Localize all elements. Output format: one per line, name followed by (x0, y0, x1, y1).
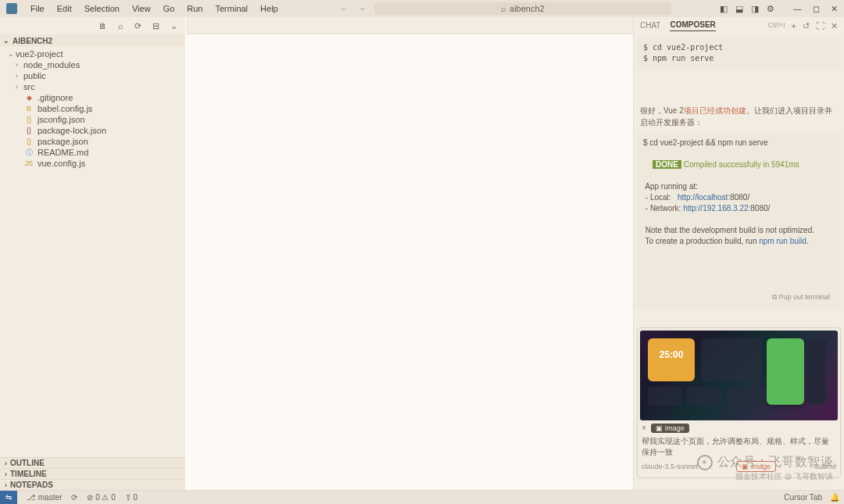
tab-chat[interactable]: CHAT (640, 21, 660, 31)
tree-folder-node_modules[interactable]: ›node_modules (0, 59, 185, 70)
menu-selection[interactable]: Selection (79, 2, 125, 15)
remote-indicator-icon[interactable]: ⇋ (0, 491, 17, 505)
assistant-message: 很好，Vue 2项目已经成功创建。让我们进入项目目录并启动开发服务器： (637, 105, 841, 128)
attach-image-button[interactable]: ▣ Image (736, 461, 776, 472)
tree-file-jsconfig[interactable]: {}jsconfig.json (0, 114, 185, 125)
menu-run[interactable]: Run (181, 2, 208, 15)
settings-gear-icon[interactable]: ⚙ (767, 4, 774, 14)
preview-card-dark (701, 338, 762, 381)
editor-area (186, 17, 633, 490)
tree-label: node_modules (23, 60, 80, 70)
git-branch[interactable]: ⎇ master (27, 493, 62, 502)
expand-icon[interactable]: ⛶ (816, 21, 824, 31)
ai-panel: CHAT COMPOSER Ctrl+I + ↺ ⛶ ✕ $ cd vue2-p… (633, 17, 844, 490)
cursor-tab-indicator[interactable]: Cursor Tab (784, 493, 822, 502)
chevron-right-icon: › (5, 481, 7, 489)
done-badge: DONE (653, 160, 681, 169)
command-center[interactable]: ⌕ aibench2 (374, 2, 671, 15)
preview-card-green (767, 338, 804, 405)
close-icon[interactable]: ✕ (831, 21, 838, 31)
root-label: AIBENCH2 (13, 37, 52, 45)
json-icon: {} (23, 137, 34, 146)
chevron-right-icon: › (5, 459, 7, 467)
ai-panel-body: $ cd vue2-project $ npm run serve 很好，Vue… (634, 34, 844, 490)
tree-label: vue.config.js (38, 159, 85, 168)
menu-help[interactable]: Help (255, 2, 284, 15)
tree-folder-vue2-project[interactable]: ⌄vue2-project (0, 48, 185, 59)
section-timeline[interactable]: ›TIMELINE (0, 468, 185, 479)
tree-label: src (23, 82, 35, 91)
popout-terminal-link[interactable]: ⧉ Pop out terminal (643, 291, 835, 304)
attached-image-preview[interactable]: 25:00 (640, 331, 838, 420)
app-logo-icon (6, 3, 17, 14)
tree-label: package-lock.json (38, 126, 106, 135)
git-sync-icon[interactable]: ⟳ (71, 493, 77, 502)
tab-composer[interactable]: COMPOSER (670, 20, 715, 31)
window-close-icon[interactable]: ✕ (831, 4, 838, 14)
tree-file-babel-config[interactable]: Bbabel.config.js (0, 103, 185, 114)
menu-go[interactable]: Go (158, 2, 181, 15)
model-selector[interactable]: claude-3.5-sonnet (642, 463, 698, 470)
info-icon: ⓘ (23, 148, 34, 157)
search-icon[interactable]: ⌕ (118, 21, 123, 30)
history-icon[interactable]: ↺ (803, 21, 810, 31)
menu-view[interactable]: View (127, 2, 156, 15)
refresh-icon[interactable]: ⟳ (134, 21, 141, 31)
more-icon[interactable]: ⌄ (170, 21, 177, 31)
chevron-right-icon: › (16, 61, 23, 69)
composer-prompt-input[interactable]: 帮我实现这个页面，允许调整布局、规格、样式，尽量保持一致 (640, 436, 838, 458)
collapse-icon[interactable]: ⊟ (152, 21, 159, 31)
nav-arrows: ← → (332, 4, 374, 13)
tree-file-package-lock[interactable]: {}package-lock.json (0, 125, 185, 136)
git-icon: ◆ (23, 93, 34, 102)
explorer-root[interactable]: ⌄ AIBENCH2 (0, 34, 185, 47)
window-maximize-icon[interactable]: ◻ (813, 4, 820, 14)
menu-edit[interactable]: Edit (52, 2, 77, 15)
remove-icon[interactable]: × (642, 424, 646, 432)
toggle-primary-sidebar-icon[interactable]: ◧ (720, 4, 728, 14)
section-label: NOTEPADS (10, 481, 53, 489)
attachment-row: × ▣ Image (640, 420, 838, 436)
problems-indicator[interactable]: ⊘ 0 ⚠ 0 (87, 493, 115, 502)
local-url-link[interactable]: http://localhost: (678, 193, 730, 202)
ports-indicator[interactable]: ⇪ 0 (125, 493, 138, 502)
add-icon[interactable]: + (792, 21, 796, 31)
toggle-panel-icon[interactable]: ⬓ (735, 4, 743, 14)
menu-terminal[interactable]: Terminal (210, 2, 254, 15)
editor-empty (186, 34, 633, 490)
tree-file-readme[interactable]: ⓘREADME.md (0, 147, 185, 158)
toggle-secondary-sidebar-icon[interactable]: ◨ (751, 4, 759, 14)
window-minimize-icon[interactable]: — (793, 4, 802, 14)
tree-file-vue-config[interactable]: JSvue.config.js (0, 158, 185, 169)
section-outline[interactable]: ›OUTLINE (0, 457, 185, 468)
composer-input-area: 25:00 × ▣ Image 帮我实现这个页面，允许调整布局、规格、样式，尽量… (637, 327, 841, 478)
nav-forward-icon[interactable]: → (358, 4, 367, 13)
search-icon: ⌕ (501, 4, 506, 13)
preview-card-timer: 25:00 (648, 338, 695, 381)
tree-folder-public[interactable]: ›public (0, 70, 185, 81)
file-tree: ⌄vue2-project ›node_modules ›public ›src… (0, 47, 185, 457)
terminal-block-1: $ cd vue2-project $ npm run serve (637, 38, 841, 69)
json-icon: {} (23, 115, 34, 124)
tree-file-gitignore[interactable]: ◆.gitignore (0, 92, 185, 103)
tree-label: vue2-project (16, 49, 63, 59)
section-notepads[interactable]: ›NOTEPADS (0, 479, 185, 490)
menu-file[interactable]: File (25, 2, 50, 15)
submit-button[interactable]: Submit (814, 463, 836, 470)
notifications-icon[interactable]: 🔔 (830, 493, 839, 502)
tree-folder-src[interactable]: ›src (0, 81, 185, 92)
status-bar: ⇋ ⎇ master ⟳ ⊘ 0 ⚠ 0 ⇪ 0 Cursor Tab 🔔 (0, 490, 844, 504)
terminal-block-2: $ cd vue2-project && npm run serve DONE … (637, 133, 841, 309)
composer-footer: claude-3.5-sonnet ▣ Image Submit (640, 458, 838, 475)
tree-file-package-json[interactable]: {}package.json (0, 136, 185, 147)
network-url-link[interactable]: http://192.168.3.22: (683, 204, 750, 213)
json-icon: {} (23, 126, 34, 135)
title-bar: File Edit Selection View Go Run Terminal… (0, 0, 844, 17)
image-chip[interactable]: ▣ Image (651, 424, 689, 433)
section-label: OUTLINE (10, 459, 45, 467)
chevron-right-icon: › (5, 470, 7, 478)
js-icon: JS (23, 159, 34, 168)
new-file-icon[interactable]: 🗎 (98, 21, 107, 30)
nav-back-icon[interactable]: ← (340, 4, 349, 13)
tree-label: .gitignore (38, 93, 73, 102)
